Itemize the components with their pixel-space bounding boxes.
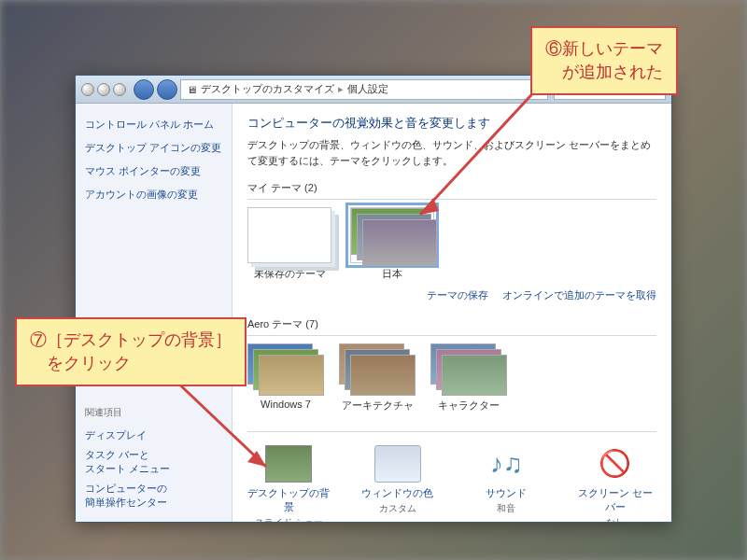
nav-forward-button[interactable] [157, 79, 177, 100]
sidebar-item-ease[interactable]: コンピューターの 簡単操作センター [85, 479, 222, 512]
breadcrumb-separator-icon: ▸ [338, 83, 344, 95]
save-theme-link[interactable]: テーマの保存 [427, 289, 488, 301]
window-color-button[interactable]: ウィンドウの色 カスタム [357, 445, 440, 522]
aero-thumb-icon [430, 343, 507, 395]
aero-themes-list: Windows 7 アーキテクチャ キャラクター [247, 343, 656, 413]
svg-line-0 [420, 84, 542, 215]
nav-back-button[interactable] [134, 79, 154, 100]
svg-line-2 [173, 378, 266, 467]
bottom-label: デスクトップの背景 [247, 486, 331, 514]
bottom-sublabel: スライド ショー [247, 516, 331, 522]
screensaver-button[interactable]: 🚫 スクリーン セーバー なし [574, 445, 657, 522]
theme-unsaved[interactable]: 未保存のテーマ [247, 207, 331, 281]
bottom-settings-row: デスクトップの背景 スライド ショー ウィンドウの色 カスタム ♪♫ サウンド … [247, 431, 656, 522]
sound-icon: ♪♫ [483, 445, 529, 483]
breadcrumb-icon: 🖥 [187, 84, 197, 95]
aero-thumb-icon [339, 343, 416, 395]
aero-themes-header: Aero テーマ (7) [247, 314, 656, 336]
bottom-sublabel: なし [574, 516, 657, 522]
online-themes-link[interactable]: オンラインで追加のテーマを取得 [502, 289, 656, 301]
bottom-label: サウンド [465, 486, 548, 500]
bottom-sublabel: カスタム [357, 502, 440, 515]
close-button[interactable] [113, 83, 126, 96]
min-button[interactable] [81, 83, 94, 96]
bottom-label: ウィンドウの色 [357, 486, 440, 500]
annotation-arrow-6 [402, 75, 560, 233]
annotation-callout-6: ⑥新しいテーマ が追加された [530, 26, 678, 95]
max-button[interactable] [97, 83, 110, 96]
svg-marker-1 [420, 198, 439, 215]
sound-button[interactable]: ♪♫ サウンド 和音 [465, 445, 548, 522]
sidebar-item-account-pic[interactable]: アカウントの画像の変更 [85, 183, 222, 206]
theme-label: 日本 [350, 267, 434, 281]
window-color-icon [374, 445, 421, 483]
annotation-callout-7: ⑦［デスクトップの背景］ をクリック [15, 317, 247, 386]
sidebar-item-desktop-icons[interactable]: デスクトップ アイコンの変更 [85, 136, 222, 160]
bottom-sublabel: 和音 [465, 502, 548, 515]
breadcrumb-item[interactable]: デスクトップのカスタマイズ [201, 82, 334, 96]
breadcrumb-item[interactable]: 個人設定 [347, 82, 388, 96]
theme-links: テーマの保存 オンラインで追加のテーマを取得 [247, 288, 656, 302]
aero-theme-architecture[interactable]: アーキテクチャ [339, 343, 416, 413]
sidebar-item-mouse-pointer[interactable]: マウス ポインターの変更 [85, 160, 222, 183]
theme-label: 未保存のテーマ [247, 267, 331, 281]
aero-theme-character[interactable]: キャラクター [430, 343, 507, 413]
window-control-buttons [81, 83, 126, 96]
aero-label: キャラクター [430, 399, 507, 413]
screensaver-icon: 🚫 [592, 445, 639, 483]
bottom-label: スクリーン セーバー [574, 486, 657, 514]
theme-thumb-icon [247, 207, 331, 263]
aero-label: アーキテクチャ [339, 399, 416, 413]
sidebar-item-cp-home[interactable]: コントロール パネル ホーム [85, 113, 222, 136]
